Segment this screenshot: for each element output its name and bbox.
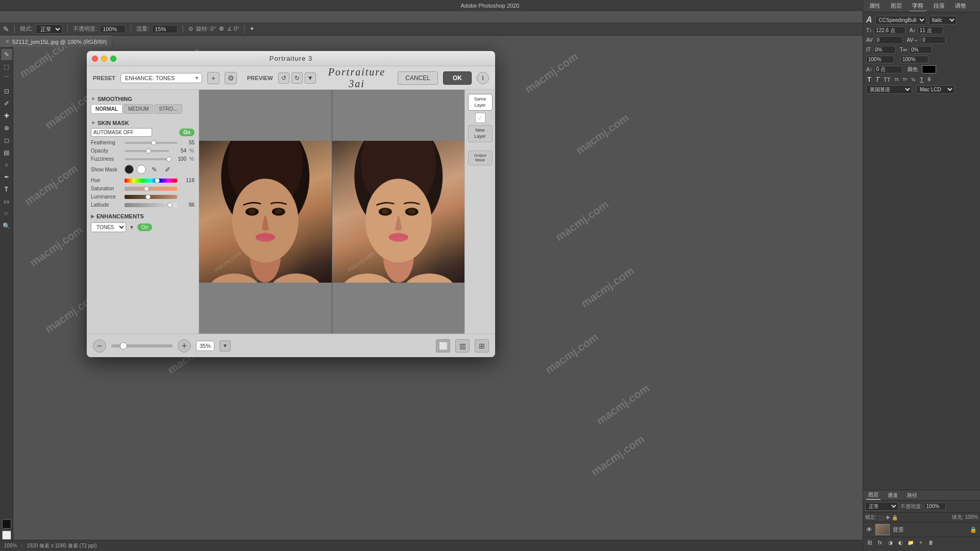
preset-select[interactable]: ENHANCE: TONES (120, 73, 202, 83)
same-layer-check[interactable]: ✓ (475, 113, 485, 123)
background-color[interactable] (2, 531, 11, 540)
color-swatch[interactable] (922, 65, 936, 73)
v-scale-input[interactable] (873, 46, 896, 54)
kerning-input[interactable] (875, 36, 903, 44)
minimize-button[interactable] (101, 56, 107, 62)
language-select[interactable]: 英国英语 (866, 85, 912, 94)
saturation-track[interactable] (125, 187, 177, 191)
zoom-tool-btn[interactable]: 🔍 (1, 220, 12, 232)
italic-btn[interactable]: T (874, 76, 880, 83)
pen-tool-btn[interactable]: ✒ (1, 171, 12, 183)
mask-erase-btn[interactable]: ✐ (162, 164, 173, 174)
flow-value[interactable]: 15% (152, 25, 178, 33)
aa-select[interactable]: Mac LCD (916, 85, 954, 94)
latitude-track[interactable] (125, 203, 177, 207)
tab-channels[interactable]: 通道 (886, 491, 900, 499)
lasso-tool-btn[interactable]: ⌒ (1, 73, 12, 85)
brush-tool-btn[interactable]: ✎ (1, 49, 12, 60)
file-tab-close[interactable]: ✕ (5, 39, 9, 44)
super-btn[interactable]: T² (901, 77, 908, 82)
lock-pos-icon[interactable]: ⬚ (879, 515, 884, 520)
healing-tool-btn[interactable]: ✚ (1, 110, 12, 121)
automask-select[interactable]: AUTOMASK OFF (91, 128, 152, 137)
layer-fx-btn[interactable]: fx (875, 538, 885, 546)
view-split-v-btn[interactable]: ⊞ (475, 339, 489, 353)
tab-paths[interactable]: 路径 (905, 491, 919, 499)
layer-group-btn[interactable]: 📁 (906, 538, 915, 546)
underline-btn[interactable]: T (919, 77, 924, 83)
bold-btn[interactable]: T (866, 76, 872, 83)
zoom-track[interactable] (111, 344, 173, 347)
zoom-dropdown-btn[interactable]: ▼ (219, 340, 231, 352)
font-family-select[interactable]: CCSpeedingBullet... (875, 16, 926, 24)
output-mask-btn[interactable]: Output Mask (468, 151, 493, 165)
clone-tool-btn[interactable]: ⊕ (1, 122, 12, 134)
lower-btn[interactable]: Tt (893, 77, 899, 82)
mask-white-btn[interactable] (137, 165, 146, 174)
undo-btn[interactable]: ↺ (278, 72, 289, 84)
zoom-value[interactable]: 35% (196, 341, 214, 351)
zoom-in-btn[interactable]: + (178, 339, 191, 353)
luminance-track[interactable] (125, 195, 177, 199)
layer-visibility-icon[interactable]: 👁 (866, 526, 872, 533)
settings-preset-btn[interactable]: ⚙ (225, 72, 237, 84)
tracking-input[interactable] (920, 36, 946, 44)
selection-tool-btn[interactable]: ⬚ (1, 61, 12, 72)
redo-btn[interactable]: ↻ (291, 72, 303, 84)
tab-adjustments[interactable]: 调整 (952, 1, 969, 11)
lock-pixel-icon[interactable]: ✚ (886, 515, 890, 520)
new-layer-btn[interactable]: New Layer (468, 125, 493, 142)
airbrush-icon[interactable]: ⊙ (188, 26, 193, 32)
ok-button[interactable]: OK (443, 71, 472, 85)
opacity-track[interactable] (125, 150, 169, 152)
font-size-input[interactable] (874, 27, 905, 34)
mask-paint-btn[interactable]: ✎ (149, 164, 159, 174)
lock-all-icon[interactable]: 🔒 (892, 515, 898, 520)
view-split-h-btn[interactable]: ▥ (455, 339, 470, 353)
dodge-tool-btn[interactable]: ○ (1, 159, 12, 170)
tab-character[interactable]: 字符 (909, 1, 926, 11)
enhance-toggle[interactable]: On (137, 223, 152, 231)
leading-input[interactable] (918, 27, 943, 34)
view-single-btn[interactable]: ⬜ (436, 339, 450, 353)
close-button[interactable] (92, 56, 98, 62)
add-preset-btn[interactable]: + (207, 72, 219, 84)
h-pct-input[interactable] (900, 56, 928, 63)
layer-blend-select[interactable]: 正常 (865, 502, 898, 511)
v-pct-input[interactable] (866, 56, 894, 63)
tab-properties[interactable]: 属性 (866, 1, 884, 11)
gradient-tool-btn[interactable]: ▤ (1, 147, 12, 158)
layer-new-btn[interactable]: + (916, 538, 925, 546)
tab-info[interactable]: 图层 (888, 1, 905, 11)
cancel-button[interactable]: CANCEL (398, 71, 438, 85)
crop-tool-btn[interactable]: ⊡ (1, 86, 12, 97)
tablet-icon[interactable]: ✦ (250, 26, 254, 32)
skin-mask-header[interactable]: ▼ SKIN MASK (87, 118, 199, 128)
hue-track[interactable] (125, 179, 177, 183)
sub-btn[interactable]: T₂ (910, 77, 917, 82)
normal-tab[interactable]: NORMAL (91, 104, 122, 114)
layer-background-row[interactable]: 👁 背景 🔒 (863, 522, 980, 537)
foreground-color[interactable] (2, 519, 11, 529)
info-btn[interactable]: i (477, 72, 489, 84)
opacity-value[interactable]: 100% (100, 25, 126, 33)
h-scale-input[interactable] (909, 46, 932, 54)
same-layer-btn[interactable]: Same Layer (468, 94, 493, 111)
font-style-select[interactable]: Italic (928, 16, 957, 24)
brush-tool-icon[interactable]: ✎ (3, 25, 9, 33)
maximize-button[interactable] (110, 56, 116, 62)
mask-black-btn[interactable] (125, 165, 134, 174)
enhance-dropdown-icon[interactable]: ▼ (129, 224, 134, 230)
layer-delete-btn[interactable]: 🗑 (926, 538, 936, 546)
preview-toggle-btn[interactable]: ▼ (305, 72, 316, 84)
hand-tool-btn[interactable]: ☞ (1, 208, 12, 219)
layer-mask-btn[interactable]: ◑ (886, 538, 895, 546)
eraser-tool-btn[interactable]: ◻ (1, 135, 12, 146)
layer-adj-btn[interactable]: ◐ (896, 538, 905, 546)
baseline-input[interactable] (874, 66, 902, 73)
shape-tool-btn[interactable]: ▭ (1, 196, 12, 207)
dialog-preview[interactable]: macmj.com macmj.com (199, 90, 464, 334)
strikethrough-btn[interactable]: T (926, 77, 932, 83)
smoothing-header[interactable]: ▼ SMOOTHING (87, 94, 199, 104)
layer-link-btn[interactable]: ⛓ (865, 538, 874, 546)
